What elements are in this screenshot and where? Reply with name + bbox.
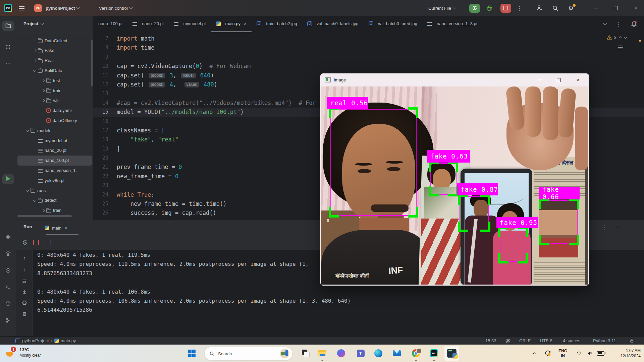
pycharm-logo-icon[interactable] bbox=[4, 0, 12, 16]
tree-item-DataCollect[interactable]: DataCollect bbox=[16, 36, 93, 46]
tree-item-test[interactable]: test bbox=[16, 75, 93, 85]
prev-warning-icon[interactable] bbox=[619, 36, 622, 39]
breadcrumb-file[interactable]: main.py bbox=[61, 338, 76, 343]
image-maximize-button[interactable] bbox=[551, 73, 567, 86]
code-line-8[interactable]: 8import time bbox=[93, 43, 644, 52]
code-line-9[interactable]: 9 bbox=[93, 53, 644, 62]
rerun-button[interactable] bbox=[22, 240, 28, 245]
clock-widget[interactable]: 1:07 AM 12/18/2024 bbox=[608, 345, 643, 362]
project-tool-button[interactable] bbox=[0, 23, 16, 28]
version-control-tool-button[interactable] bbox=[0, 318, 16, 323]
tab-train_batch2.jpg[interactable]: train_batch2.jpg bbox=[252, 16, 302, 32]
tree-item-Real[interactable]: Real bbox=[16, 56, 93, 66]
tree-item-train[interactable]: train bbox=[16, 205, 93, 216]
scroll-down-icon[interactable]: ↓ bbox=[16, 266, 33, 272]
tree-item-SplitData[interactable]: SplitData bbox=[16, 65, 93, 75]
start-button[interactable] bbox=[186, 347, 198, 359]
tree-item-dataOffline.y[interactable]: dataOffline.y bbox=[16, 115, 93, 125]
run-tab-main[interactable]: main × bbox=[45, 223, 67, 233]
tree-item-val[interactable]: val bbox=[16, 96, 93, 106]
tree-item-yolov8n.pt[interactable]: yolov8n.pt bbox=[16, 175, 93, 185]
tree-item-mymodel.pt[interactable]: mymodel.pt bbox=[16, 135, 93, 145]
mail-button[interactable] bbox=[391, 347, 403, 359]
tab-nano_20.pt[interactable]: nano_20.pt bbox=[127, 16, 169, 32]
main-menu-button[interactable] bbox=[19, 0, 24, 16]
services-tool-button[interactable] bbox=[0, 251, 16, 256]
more-tools-button[interactable]: ⋯ bbox=[0, 60, 16, 67]
code-line-10[interactable]: 10cap = cv2.VideoCapture(0) # For Webcam bbox=[93, 62, 644, 71]
highlighting-level-button[interactable] bbox=[505, 337, 511, 345]
tab-val_batch0_pred.jpg[interactable]: val_batch0_pred.jpg bbox=[364, 16, 422, 32]
tab-nano_version_1_3.pt[interactable]: nano_version_1_3.pt bbox=[422, 16, 482, 32]
more-actions-button[interactable]: ⋮ bbox=[517, 0, 522, 16]
run-tool-button[interactable] bbox=[0, 176, 16, 181]
scroll-to-end-icon[interactable] bbox=[16, 289, 33, 295]
tree-item-models[interactable]: models bbox=[16, 125, 93, 135]
tree-item-nano_20.pt[interactable]: nano_20.pt bbox=[16, 145, 93, 156]
weather-widget[interactable]: 1 13°C Mostly clear bbox=[5, 347, 41, 359]
close-icon[interactable]: × bbox=[65, 225, 67, 231]
tree-item-data.yaml[interactable]: data.yaml bbox=[16, 106, 93, 116]
language-switcher[interactable]: ENG IN bbox=[556, 345, 570, 362]
run-panel-minimize-button[interactable] bbox=[616, 227, 620, 227]
stop-console-button[interactable] bbox=[33, 240, 39, 245]
run-anything-tool-button[interactable] bbox=[0, 268, 16, 273]
chrome-button[interactable] bbox=[410, 347, 422, 359]
pycharm-taskbar-button[interactable]: PC bbox=[428, 347, 440, 359]
python-app-button[interactable] bbox=[446, 347, 458, 359]
volume-button[interactable] bbox=[585, 345, 594, 362]
tree-item-nano_100.pt[interactable]: nano_100.pt bbox=[17, 156, 92, 166]
tree-item-Fake[interactable]: Fake bbox=[16, 46, 93, 56]
edge-button[interactable] bbox=[372, 347, 384, 359]
tab-nano_100.pt[interactable]: nano_100.pt bbox=[93, 16, 127, 32]
search-everywhere-button[interactable] bbox=[552, 0, 558, 16]
indent-widget[interactable]: 4 spaces bbox=[563, 337, 580, 345]
image-minimize-button[interactable] bbox=[532, 73, 547, 86]
tree-vertical-scrollbar[interactable] bbox=[91, 40, 93, 86]
file-explorer-button[interactable] bbox=[316, 347, 328, 359]
inspection-widget[interactable]: 3 bbox=[607, 35, 627, 40]
run-panel-options-button[interactable]: ⋮ bbox=[601, 224, 607, 231]
close-tab-icon[interactable]: × bbox=[244, 21, 247, 26]
tree-item-nano_version_1.[interactable]: nano_version_1. bbox=[16, 165, 93, 175]
wifi-button[interactable] bbox=[574, 345, 584, 362]
editor-menu-icon[interactable] bbox=[618, 46, 623, 49]
run-config-selector[interactable]: Current File bbox=[428, 0, 456, 16]
debug-button[interactable] bbox=[486, 0, 493, 16]
copilot-button[interactable] bbox=[335, 347, 347, 359]
image-close-button[interactable]: × bbox=[571, 73, 586, 86]
run-panel-title[interactable]: Run bbox=[23, 224, 32, 229]
tab-overflow-button[interactable] bbox=[604, 16, 606, 32]
scroll-up-icon[interactable]: ↑ bbox=[16, 255, 33, 261]
window-maximize-button[interactable] bbox=[609, 0, 623, 16]
image-window-titlebar[interactable]: Image × bbox=[320, 73, 589, 86]
opencv-image-window[interactable]: Image × bbox=[320, 73, 589, 286]
clear-all-icon[interactable] bbox=[16, 311, 33, 316]
window-minimize-button[interactable] bbox=[589, 0, 602, 16]
python-packages-tool-button[interactable] bbox=[0, 234, 16, 240]
tab-val_batch0_labels.jpg[interactable]: val_batch0_labels.jpg bbox=[302, 16, 364, 32]
tab-options-button[interactable]: ⋮ bbox=[616, 16, 622, 32]
next-warning-icon[interactable] bbox=[624, 36, 627, 39]
tree-horizontal-scrollbar[interactable] bbox=[17, 215, 72, 217]
tab-main.py[interactable]: main.py× bbox=[211, 16, 252, 32]
project-panel-header[interactable]: Project bbox=[23, 21, 44, 26]
tree-item-detect[interactable]: detect bbox=[16, 195, 93, 205]
search-box[interactable]: Search bbox=[204, 347, 292, 360]
caret-position[interactable]: 15:33 bbox=[485, 337, 496, 345]
code-with-me-button[interactable] bbox=[536, 0, 543, 16]
line-separator-widget[interactable]: CRLF bbox=[519, 337, 531, 345]
breadcrumb[interactable]: pythonProject › main.py bbox=[15, 337, 76, 345]
onedrive-sync-button[interactable] bbox=[543, 345, 553, 362]
print-icon[interactable] bbox=[16, 300, 33, 305]
breadcrumb-project[interactable]: pythonProject bbox=[22, 338, 49, 343]
console-more-button[interactable]: ⋮ bbox=[48, 239, 54, 246]
encoding-widget[interactable]: UTF-8 bbox=[540, 337, 552, 345]
run-button[interactable] bbox=[469, 0, 480, 16]
code-line-7[interactable]: 7import math bbox=[93, 34, 644, 43]
tree-item-train[interactable]: train bbox=[16, 85, 93, 96]
window-close-button[interactable]: × bbox=[629, 0, 643, 16]
settings-button[interactable]: ⚙ bbox=[568, 0, 574, 16]
teams-button[interactable]: T bbox=[355, 347, 367, 359]
structure-tool-button[interactable] bbox=[0, 44, 16, 50]
